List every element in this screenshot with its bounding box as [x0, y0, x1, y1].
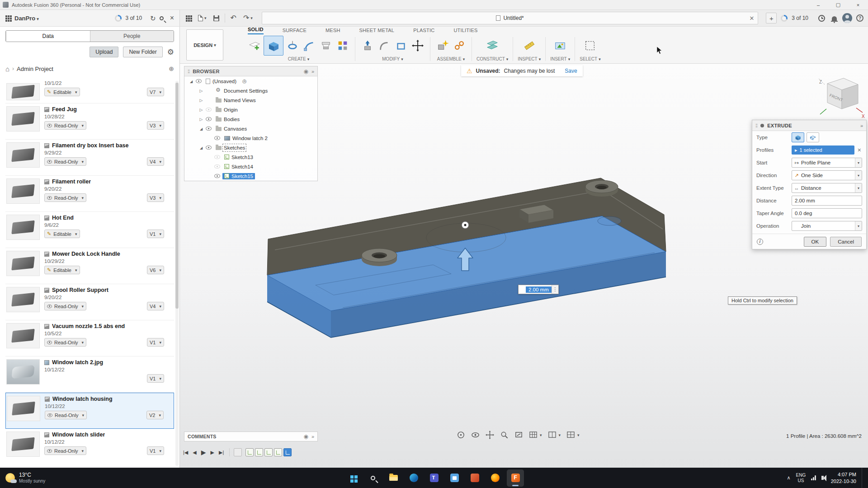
viewport-distance-input[interactable]: 2.00 mm ⋮: [518, 285, 559, 294]
visibility-eye-icon[interactable]: [196, 79, 202, 83]
profiles-selected-chip[interactable]: ▸1 selected: [792, 145, 854, 155]
clock-widget[interactable]: 4:07 PM 2022-10-30: [831, 471, 856, 485]
browser-tree-row[interactable]: Sketch14 ◎: [184, 162, 317, 171]
item-version-dropdown[interactable]: V4: [147, 157, 164, 166]
show-data-panel-icon[interactable]: [184, 12, 193, 24]
item-status-dropdown[interactable]: Read-Only: [44, 446, 86, 455]
save-icon[interactable]: [212, 12, 221, 24]
insert-group-label[interactable]: INSERT: [550, 56, 570, 63]
item-thumbnail[interactable]: [6, 83, 40, 100]
file-menu-icon[interactable]: [197, 12, 208, 24]
breadcrumb-project[interactable]: Admin Project: [17, 66, 53, 72]
assemble-group-label[interactable]: ASSEMBLE: [437, 56, 465, 63]
taskbar-app-icon[interactable]: [507, 469, 524, 487]
panel-menu-icon[interactable]: [5, 15, 7, 17]
joint-icon[interactable]: [452, 37, 467, 54]
cancel-button[interactable]: Cancel: [830, 237, 862, 247]
tree-expand-icon[interactable]: [199, 117, 203, 122]
item-thumbnail[interactable]: [6, 251, 40, 276]
visibility-eye-icon[interactable]: [206, 117, 212, 121]
3d-viewport[interactable]: ⁞⁞ BROWSER ◉ » (Unsaved): [180, 64, 868, 468]
info-icon[interactable]: i: [757, 239, 763, 245]
browser-tree-row[interactable]: Sketches ◎: [184, 143, 317, 152]
timeline-media-button[interactable]: ▶: [209, 449, 216, 456]
window-control-button[interactable]: ×: [848, 0, 868, 9]
job-status-count[interactable]: 3 of 10: [792, 15, 808, 21]
display-settings-icon[interactable]: [566, 431, 580, 439]
upload-button[interactable]: Upload: [90, 47, 118, 57]
item-thumbnail[interactable]: [6, 359, 40, 385]
browser-tree-row[interactable]: Canvases ◎: [184, 124, 317, 133]
distance-value[interactable]: 2.00 mm: [526, 286, 552, 293]
taskbar-app-icon[interactable]: [344, 469, 361, 487]
view-cube[interactable]: Z FRONT X: [815, 72, 867, 122]
item-version-dropdown[interactable]: V1: [147, 374, 164, 383]
project-item-row[interactable]: 10/1/22 Editable V7: [5, 76, 174, 103]
viewport-layout-icon[interactable]: [548, 431, 561, 439]
tree-node-label[interactable]: Sketches: [224, 145, 245, 150]
item-version-dropdown[interactable]: V1: [147, 230, 164, 238]
tree-expand-icon[interactable]: [199, 98, 203, 103]
tray-overflow-icon[interactable]: ∧: [787, 475, 790, 481]
drag-handle-icon[interactable]: ⁞⁞: [188, 69, 189, 74]
item-status-dropdown[interactable]: Read-Only: [44, 338, 86, 347]
new-tab-button[interactable]: +: [766, 13, 777, 23]
visibility-eye-icon[interactable]: [206, 145, 212, 150]
tree-node-label[interactable]: Canvases: [224, 126, 247, 131]
tree-node-label[interactable]: Window latch 2: [232, 136, 268, 141]
item-thumbnail[interactable]: [6, 432, 40, 457]
comments-panel[interactable]: COMMENTS ◉ »: [184, 432, 318, 441]
visibility-eye-icon[interactable]: [206, 108, 212, 112]
item-version-dropdown[interactable]: V1: [147, 338, 164, 347]
move-icon[interactable]: [410, 37, 425, 54]
timeline-sketch-marker[interactable]: [283, 448, 292, 456]
project-item-row[interactable]: Filament dry box Insert base 9/29/22 Rea…: [5, 140, 174, 176]
timeline-media-button[interactable]: ▶|: [217, 449, 225, 456]
project-item-row[interactable]: Feed Jug 10/28/22 Read-Only V3: [5, 103, 174, 140]
ribbon-tab[interactable]: PLASTIC: [413, 28, 434, 34]
item-status-dropdown[interactable]: Read-Only: [44, 193, 86, 202]
ribbon-tab[interactable]: UTILITIES: [453, 28, 477, 34]
insert-icon[interactable]: [552, 37, 568, 54]
tree-node-label[interactable]: Bodies: [224, 117, 240, 122]
project-item-row[interactable]: Vacuum nozzle 1.5 abs end 10/5/22 Read-O…: [5, 320, 174, 357]
extent-type-dropdown[interactable]: ↔ Distance: [792, 183, 862, 193]
project-item-row[interactable]: Mower Deck Lock Handle 10/29/22 Editable…: [5, 248, 174, 284]
ribbon-tab[interactable]: SOLID: [248, 27, 264, 34]
taskbar-app-icon[interactable]: [466, 469, 483, 487]
tree-node-label[interactable]: Sketch13: [231, 155, 253, 160]
tree-node-label[interactable]: (Unsaved): [212, 79, 236, 84]
ribbon-tab[interactable]: SURFACE: [283, 28, 307, 34]
tree-expand-icon[interactable]: [199, 127, 203, 131]
close-tab-icon[interactable]: ✕: [749, 15, 754, 22]
browser-tree-row[interactable]: Window latch 2 ◎: [184, 133, 317, 143]
tree-expand-icon[interactable]: [199, 89, 203, 93]
fillet-icon[interactable]: [377, 37, 392, 54]
share-icon[interactable]: ⊕: [169, 65, 174, 72]
revolve-icon[interactable]: [285, 37, 300, 54]
tree-node-label[interactable]: Sketch14: [231, 164, 253, 169]
item-version-dropdown[interactable]: V3: [147, 193, 164, 202]
dropdown-caret-icon[interactable]: [855, 221, 862, 230]
timeline-sketch-marker[interactable]: [255, 448, 263, 456]
pattern-icon[interactable]: [335, 37, 350, 54]
taskbar-app-icon[interactable]: [446, 469, 463, 487]
visibility-eye-icon[interactable]: [206, 127, 212, 131]
item-thumbnail[interactable]: [6, 178, 40, 204]
search-icon[interactable]: [160, 16, 164, 20]
project-item-row[interactable]: Window latch 2.jpg 10/12/22 V1: [5, 357, 174, 393]
dropdown-caret-icon[interactable]: [855, 158, 862, 167]
window-control-button[interactable]: ▢: [828, 0, 848, 9]
browser-tree-row[interactable]: Origin ◎: [184, 105, 317, 114]
look-at-icon[interactable]: [471, 431, 480, 439]
window-control-button[interactable]: –: [808, 0, 828, 9]
taskbar-app-icon[interactable]: [405, 469, 422, 487]
browser-tree-row[interactable]: Named Views ◎: [184, 95, 317, 105]
timeline-sketch-marker[interactable]: [274, 448, 282, 456]
distance-input[interactable]: 2.00 mm: [792, 196, 862, 206]
item-version-dropdown[interactable]: V6: [147, 266, 164, 274]
collapse-icon[interactable]: ◉: [303, 68, 308, 75]
job-status-icon[interactable]: [115, 15, 122, 22]
select-group-label[interactable]: SELECT: [580, 56, 600, 63]
dialog-collapse-icon[interactable]: »: [860, 123, 863, 128]
